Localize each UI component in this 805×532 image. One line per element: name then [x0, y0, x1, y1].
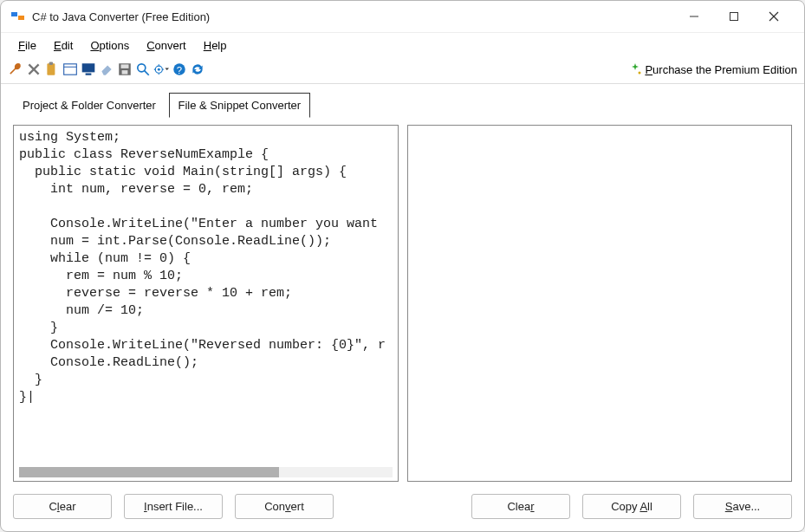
- menu-bar: File Edit Options Convert Help: [1, 33, 804, 57]
- save-icon[interactable]: [117, 62, 133, 77]
- source-code-text[interactable]: using System; public class ReverseNumExa…: [14, 126, 398, 481]
- svg-rect-16: [122, 70, 128, 75]
- svg-rect-8: [47, 63, 55, 75]
- svg-point-17: [138, 64, 146, 72]
- svg-rect-3: [730, 13, 738, 21]
- menu-edit[interactable]: Edit: [47, 37, 80, 54]
- convert-button[interactable]: Convert: [235, 494, 334, 519]
- minimize-button[interactable]: [674, 3, 714, 30]
- app-window: C# to Java Converter (Free Edition) File…: [0, 0, 805, 532]
- svg-point-27: [639, 72, 641, 75]
- window-controls: [674, 3, 794, 30]
- sparkle-icon: [629, 63, 641, 75]
- window-icon[interactable]: [62, 62, 78, 77]
- close-button[interactable]: [754, 3, 794, 30]
- source-code-pane[interactable]: using System; public class ReverseNumExa…: [13, 125, 399, 482]
- monitor-icon[interactable]: [81, 62, 96, 77]
- search-icon[interactable]: [135, 62, 151, 77]
- purchase-premium-link[interactable]: Purchase the Premium Edition: [629, 63, 797, 76]
- menu-file[interactable]: File: [11, 37, 43, 54]
- svg-rect-15: [121, 64, 129, 68]
- svg-rect-9: [49, 62, 54, 65]
- premium-label: Purchase the Premium Edition: [645, 63, 797, 76]
- svg-rect-12: [82, 63, 95, 72]
- menu-convert[interactable]: Convert: [140, 37, 193, 54]
- menu-options[interactable]: Options: [83, 37, 136, 54]
- svg-rect-0: [11, 12, 17, 16]
- svg-rect-10: [64, 64, 77, 75]
- wrench-icon[interactable]: [8, 62, 23, 77]
- svg-point-20: [158, 68, 160, 71]
- output-code-pane[interactable]: [407, 125, 793, 482]
- paste-icon[interactable]: [44, 62, 60, 77]
- clear-source-button[interactable]: Clear: [13, 494, 112, 519]
- clear-output-button[interactable]: Clear: [471, 494, 570, 519]
- refresh-icon[interactable]: [190, 62, 205, 77]
- help-icon[interactable]: ?: [172, 62, 187, 77]
- tab-project-folder[interactable]: Project & Folder Converter: [13, 93, 166, 117]
- insert-file-button[interactable]: Insert File...: [124, 494, 223, 519]
- toolbar: ? Purchase the Premium Edition: [1, 57, 804, 81]
- menu-help[interactable]: Help: [197, 37, 234, 54]
- gear-dropdown-icon[interactable]: [153, 62, 169, 77]
- svg-text:?: ?: [177, 65, 182, 75]
- action-buttons: Clear Insert File... Convert Clear Copy …: [1, 490, 804, 531]
- svg-line-18: [145, 71, 149, 75]
- copy-all-button[interactable]: Copy All: [582, 494, 681, 519]
- svg-rect-1: [18, 16, 24, 20]
- maximize-button[interactable]: [714, 3, 754, 30]
- scrollbar-thumb[interactable]: [19, 467, 279, 477]
- eraser-icon[interactable]: [99, 62, 114, 77]
- window-title: C# to Java Converter (Free Edition): [32, 10, 210, 23]
- app-icon: [11, 10, 25, 23]
- title-bar: C# to Java Converter (Free Edition): [1, 1, 804, 33]
- save-button[interactable]: Save...: [693, 494, 792, 519]
- tab-file-snippet[interactable]: File & Snippet Converter: [169, 93, 311, 118]
- output-code-text[interactable]: [408, 126, 792, 481]
- tab-bar: Project & Folder Converter File & Snippe…: [1, 84, 804, 118]
- converter-panes: using System; public class ReverseNumExa…: [1, 118, 804, 490]
- delete-icon[interactable]: [26, 62, 42, 77]
- svg-rect-13: [86, 74, 92, 75]
- source-horizontal-scrollbar[interactable]: [19, 467, 393, 477]
